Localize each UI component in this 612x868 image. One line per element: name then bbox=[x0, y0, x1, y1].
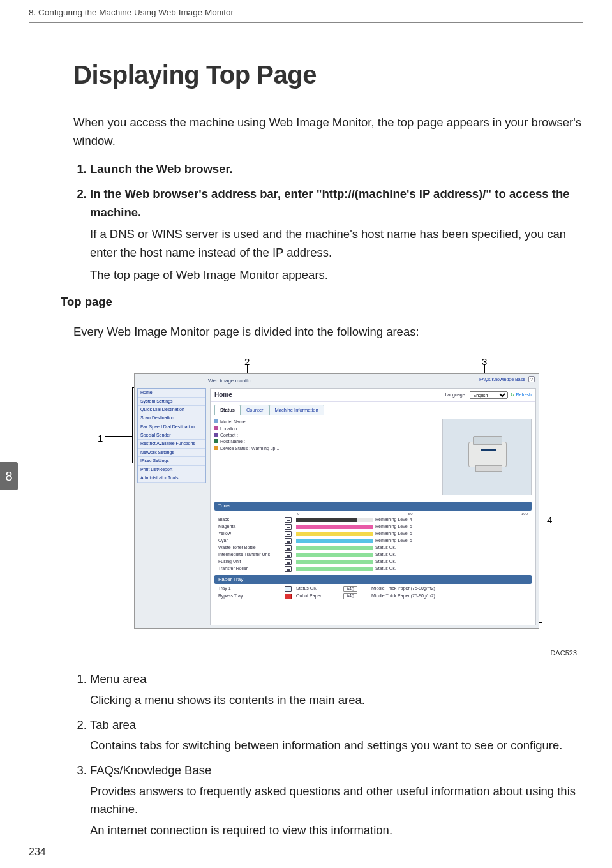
top-page-intro: Every Web Image Monitor page is divided … bbox=[73, 323, 583, 341]
tray-media: Middle Thick Paper (75-90g/m2) bbox=[371, 594, 528, 599]
bullet-icon bbox=[214, 426, 218, 430]
toner-row: BlackRemaining Level 4 bbox=[214, 516, 532, 523]
sidebar-item[interactable]: Fax Speed Dial Destination bbox=[138, 423, 205, 431]
tab-counter[interactable]: Counter bbox=[241, 405, 269, 415]
toner-scale-100: 100 bbox=[521, 512, 528, 516]
toner-scale: 0 50 100 bbox=[214, 512, 532, 516]
sidebar-item[interactable]: IPsec Settings bbox=[138, 457, 205, 465]
screenshot-topbar: FAQs/Knowledge Base ? bbox=[135, 374, 539, 387]
callout-1-line-h bbox=[105, 436, 132, 437]
tray-row: Bypass TrayOut of PaperA4▯Middle Thick P… bbox=[214, 592, 532, 600]
toner-row: Fusing UnitStatus OK bbox=[214, 558, 532, 565]
sidebar-item[interactable]: System Settings bbox=[138, 398, 205, 406]
paper-size-icon: A4▯ bbox=[343, 586, 357, 592]
content: Displaying Top Page When you access the … bbox=[73, 55, 583, 840]
toner-name: Intermediate Transfer Unit bbox=[218, 552, 282, 557]
status-value: : bbox=[244, 439, 245, 444]
legend-3-body-2: An internet connection is required to vi… bbox=[90, 821, 583, 840]
status-row: Host Name : bbox=[214, 438, 438, 445]
toner-status: Remaining Level 4 bbox=[375, 517, 528, 522]
status-label: Host Name bbox=[220, 439, 243, 444]
legend-3: FAQs/Knowledge Base Provides answers to … bbox=[90, 761, 583, 840]
language-label: Language : bbox=[445, 393, 467, 398]
level-fill bbox=[296, 525, 373, 529]
figure: 2 3 1 4 FAQs/Knowledge Base ? bbox=[93, 354, 552, 641]
status-row: Location : bbox=[214, 426, 438, 432]
status-value: : bbox=[237, 433, 238, 437]
status-value: : bbox=[247, 419, 248, 424]
sidebar-item[interactable]: Administrator Tools bbox=[138, 474, 205, 483]
faq-link[interactable]: FAQs/Knowledge Base ? bbox=[479, 376, 535, 382]
level-fill bbox=[296, 532, 373, 536]
step-1-head: Launch the Web browser. bbox=[90, 162, 233, 176]
tray-name: Bypass Tray bbox=[218, 594, 282, 599]
callout-4-label: 4 bbox=[547, 513, 552, 527]
tray-header: Paper Tray bbox=[214, 575, 532, 584]
status-value: : Warming up... bbox=[249, 446, 279, 451]
sidebar: HomeSystem SettingsQuick Dial Destinatio… bbox=[137, 388, 206, 483]
level-fill bbox=[296, 553, 373, 557]
step-2-head: In the Web browser's address bar, enter … bbox=[90, 187, 570, 219]
toner-row: Intermediate Transfer UnitStatus OK bbox=[214, 551, 532, 558]
legend-3-body-1: Provides answers to frequently asked que… bbox=[90, 782, 583, 819]
callout-1-line-v bbox=[132, 387, 133, 463]
main-header: Home Language : English Refresh bbox=[211, 389, 535, 402]
printer-image bbox=[442, 419, 532, 495]
tray-media: Middle Thick Paper (75-90g/m2) bbox=[371, 586, 528, 591]
level-fill bbox=[296, 567, 373, 571]
toner-name: Cyan bbox=[218, 538, 282, 543]
sidebar-item[interactable]: Print List/Report bbox=[138, 466, 205, 474]
status-row: Contact : bbox=[214, 432, 438, 438]
tray-status: Out of Paper bbox=[296, 594, 341, 599]
sidebar-item[interactable]: Home bbox=[138, 389, 205, 397]
sidebar-item[interactable]: Network Settings bbox=[138, 449, 205, 457]
bullet-icon bbox=[214, 419, 218, 423]
level-bar bbox=[296, 553, 373, 557]
language-controls: Language : English Refresh bbox=[445, 391, 532, 399]
toner-status: Remaining Level 5 bbox=[375, 531, 528, 536]
legend-2-body: Contains tabs for switching between info… bbox=[90, 737, 583, 755]
tabs: Status Counter Machine Information bbox=[211, 402, 535, 415]
toner-status: Status OK bbox=[375, 559, 528, 564]
sidebar-item[interactable]: Quick Dial Destination bbox=[138, 406, 205, 414]
status-label: Contact bbox=[220, 433, 235, 437]
level-bar bbox=[296, 567, 373, 571]
level-bar bbox=[296, 560, 373, 564]
steps-list: Launch the Web browser. In the Web brows… bbox=[73, 160, 583, 284]
page: 8. Configuring the Machine Using Web Ima… bbox=[0, 0, 612, 868]
sidebar-item[interactable]: Restrict Available Functions bbox=[138, 440, 205, 448]
language-select[interactable]: English bbox=[470, 391, 508, 399]
legend-1-head: Menu area bbox=[90, 672, 146, 685]
level-fill bbox=[296, 539, 373, 543]
sidebar-item[interactable]: Scan Destination bbox=[138, 414, 205, 423]
toner-header: Toner bbox=[214, 502, 532, 511]
legend-list: Menu area Clicking a menu shows its cont… bbox=[73, 670, 583, 839]
refresh-button[interactable]: Refresh bbox=[511, 393, 532, 398]
printer-icon bbox=[468, 442, 507, 467]
sidebar-item[interactable]: Special Sender bbox=[138, 431, 205, 440]
toner-row: Waste Toner BottleStatus OK bbox=[214, 544, 532, 551]
callout-1-label: 1 bbox=[98, 431, 103, 445]
tab-machine-information[interactable]: Machine Information bbox=[269, 405, 324, 415]
legend-2-head: Tab area bbox=[90, 718, 136, 731]
bullet-icon bbox=[214, 439, 218, 443]
tray-icon bbox=[285, 594, 292, 599]
page-number: 234 bbox=[29, 844, 46, 860]
cartridge-icon bbox=[285, 545, 292, 551]
status-fields: Model Name :Location :Contact :Host Name… bbox=[214, 419, 438, 495]
toner-scale-50: 50 bbox=[408, 512, 413, 516]
help-icon[interactable]: ? bbox=[528, 376, 535, 382]
cartridge-icon bbox=[285, 559, 292, 565]
toner-row: CyanRemaining Level 5 bbox=[214, 537, 532, 544]
step-2: In the Web browser's address bar, enter … bbox=[90, 185, 583, 284]
level-fill bbox=[296, 560, 373, 564]
faq-link-label: FAQs/Knowledge Base bbox=[479, 377, 525, 382]
toner-name: Transfer Roller bbox=[218, 566, 282, 571]
status-row: Device Status : Warming up... bbox=[214, 445, 438, 452]
brand-label: Web image monitor bbox=[208, 378, 252, 384]
tab-status[interactable]: Status bbox=[214, 405, 241, 415]
cartridge-icon bbox=[285, 517, 292, 523]
toner-row: Transfer RollerStatus OK bbox=[214, 565, 532, 572]
legend-1-body: Clicking a menu shows its contents in th… bbox=[90, 691, 583, 710]
tray-rows: Tray 1Status OKA4▯Middle Thick Paper (75… bbox=[211, 585, 535, 601]
